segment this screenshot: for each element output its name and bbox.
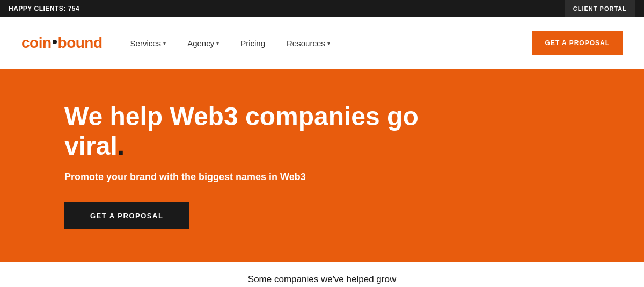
bottom-section: Some companies we've helped grow — [0, 262, 644, 287]
get-proposal-nav-button[interactable]: GET A PROPOSAL — [532, 31, 623, 55]
nav-resources[interactable]: Resources ▾ — [276, 39, 341, 48]
happy-clients-label: HAPPY CLIENTS: 754 — [9, 5, 79, 12]
logo-text-2: bound — [58, 34, 103, 52]
nav-left: coinbound Services ▾ Agency ▾ Pricing Re… — [21, 34, 341, 52]
happy-clients-text: HAPPY CLIENTS: — [9, 5, 66, 12]
services-chevron-icon: ▾ — [163, 40, 166, 46]
hero-title-period: . — [118, 132, 125, 160]
hero-subtitle: Promote your brand with the biggest name… — [64, 171, 306, 183]
client-portal-button[interactable]: CLIENT PORTAL — [565, 0, 635, 17]
happy-clients-count: 754 — [68, 5, 80, 12]
pricing-label: Pricing — [240, 39, 265, 48]
resources-chevron-icon: ▾ — [327, 40, 330, 46]
top-bar: HAPPY CLIENTS: 754 CLIENT PORTAL — [0, 0, 644, 17]
agency-chevron-icon: ▾ — [216, 40, 219, 46]
nav-services[interactable]: Services ▾ — [120, 39, 177, 48]
nav-links: Services ▾ Agency ▾ Pricing Resources ▾ — [120, 39, 341, 48]
logo-dot — [53, 40, 57, 44]
logo-text: coin — [21, 34, 52, 52]
hero-cta-button[interactable]: GET A PROPOSAL — [64, 202, 189, 229]
resources-label: Resources — [287, 39, 325, 48]
hero-section: We help Web3 companies go viral. Promote… — [0, 69, 644, 262]
companies-helped-text: Some companies we've helped grow — [248, 274, 396, 285]
main-nav: coinbound Services ▾ Agency ▾ Pricing Re… — [0, 17, 644, 69]
logo[interactable]: coinbound — [21, 34, 103, 52]
nav-pricing[interactable]: Pricing — [230, 39, 276, 48]
agency-label: Agency — [187, 39, 214, 48]
nav-agency[interactable]: Agency ▾ — [177, 39, 230, 48]
services-label: Services — [130, 39, 162, 48]
hero-title: We help Web3 companies go viral. — [64, 102, 440, 161]
